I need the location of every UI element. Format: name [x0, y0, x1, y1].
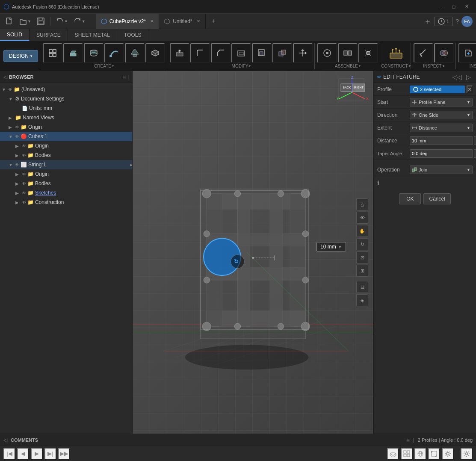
taper-dropdown-btn[interactable]: ▼	[474, 149, 476, 158]
view-settings-btn[interactable]	[442, 448, 454, 460]
add-tab-button[interactable]: ＋	[206, 14, 221, 29]
close-tab-cubepuzzle[interactable]: ✕	[150, 19, 154, 24]
tree-item-string-bodies[interactable]: ▶ 👁 📁 Bodies	[0, 179, 132, 188]
rigid-group-button[interactable]	[338, 43, 358, 63]
distance-dropdown-btn[interactable]: ▼	[474, 136, 476, 145]
tree-item-string-sketches[interactable]: ▶ 👁 📁 Sketches	[0, 188, 132, 198]
user-avatar[interactable]: FA	[461, 16, 473, 27]
sweep-button[interactable]	[104, 43, 124, 63]
redo-button[interactable]: ▼	[71, 15, 87, 27]
home-nav-button[interactable]: ⌂	[356, 198, 368, 210]
box-button[interactable]	[145, 43, 165, 63]
zoom-extents-button[interactable]	[428, 448, 440, 460]
tree-item-doc-settings[interactable]: ▼ ⚙ Document Settings	[0, 94, 132, 103]
grid-display-button[interactable]: ⊟	[356, 281, 368, 293]
step-forward-button[interactable]: ▶|	[44, 448, 56, 460]
align-button[interactable]	[358, 43, 378, 63]
shell-button[interactable]	[231, 43, 251, 63]
visibility-icon[interactable]: 👁	[22, 191, 26, 195]
measure-button[interactable]	[414, 43, 433, 63]
distance-popup[interactable]: 10 mm ▼	[316, 242, 346, 251]
profile-select-button[interactable]: 2 selected	[410, 86, 465, 93]
play-to-start-button[interactable]: |◀	[3, 448, 15, 460]
tab-untitled[interactable]: Untitled* ✕	[159, 14, 205, 29]
distance-dropdown-arrow[interactable]: ▼	[338, 245, 342, 249]
interference-button[interactable]	[434, 43, 454, 63]
insert-mesh-button[interactable]	[458, 43, 476, 63]
tab-cubepuzzle[interactable]: CubePuzzle v2* ✕	[96, 14, 159, 29]
undo-button[interactable]: ▼	[54, 15, 70, 27]
extent-select[interactable]: Distance ▼	[410, 124, 473, 132]
close-tab-untitled[interactable]: ✕	[197, 19, 200, 24]
joint-button[interactable]	[317, 43, 337, 63]
save-button[interactable]	[35, 15, 47, 27]
panel-options-button[interactable]: ▷	[464, 73, 473, 81]
tree-item-units[interactable]: ▶ 📄 Units: mm	[0, 103, 132, 113]
status-expand-button[interactable]: ≡	[406, 437, 410, 443]
tree-item-named-views[interactable]: ▶ 📁 Named Views	[0, 113, 132, 122]
panel-expand-button[interactable]: ◁◁	[451, 73, 464, 81]
create-new-component[interactable]	[43, 43, 62, 63]
orbit-type-button[interactable]	[414, 448, 426, 460]
minimize-button[interactable]: ─	[435, 3, 447, 11]
visibility-icon[interactable]: 👁	[15, 134, 19, 139]
notifications-button[interactable]: 1	[434, 17, 453, 26]
design-dropdown[interactable]: DESIGN ▾	[3, 50, 38, 62]
visibility-icon[interactable]: 👁	[22, 181, 26, 186]
cancel-button[interactable]: Cancel	[423, 193, 450, 204]
status-toggle-button[interactable]: ◁	[3, 437, 7, 443]
profile-clear-button[interactable]: ✕	[467, 86, 473, 93]
tab-solid[interactable]: SOLID	[0, 29, 30, 41]
new-button[interactable]	[3, 15, 15, 27]
bottom-settings-gear[interactable]	[461, 448, 473, 460]
visibility-icon[interactable]: 👁	[22, 153, 26, 158]
maximize-button[interactable]: □	[448, 3, 460, 11]
viewport[interactable]: ↻ 10 mm ▼ R	[133, 71, 373, 434]
browser-toggle-button[interactable]: ◁	[3, 74, 7, 80]
start-select[interactable]: Profile Plane ▼	[410, 98, 473, 106]
visibility-icon[interactable]: 👁	[15, 125, 19, 130]
tree-item-cubes-origin[interactable]: ▶ 👁 📁 Origin	[0, 141, 132, 151]
visibility-icon[interactable]: 👁	[22, 144, 26, 148]
look-at-button[interactable]: 👁	[356, 212, 368, 224]
combine-button[interactable]	[272, 43, 292, 63]
play-to-end-button[interactable]: ▶▶	[58, 448, 70, 460]
visibility-icon[interactable]: 👁	[22, 172, 26, 177]
pan-button[interactable]: ✋	[356, 225, 368, 237]
distance-input[interactable]	[410, 136, 473, 145]
tree-item-string1[interactable]: ▼ 👁 ⬜ String:1 ●	[0, 160, 132, 169]
zoom-window-button[interactable]: ⊞	[356, 265, 368, 277]
orientation-cube[interactable]: RIGHT BACK X Y Z	[335, 75, 369, 109]
step-back-button[interactable]: ◀	[17, 448, 29, 460]
zoom-fit-button[interactable]: ⊡	[356, 251, 368, 263]
revolve-button[interactable]	[84, 43, 103, 63]
visibility-icon[interactable]: 👁	[15, 163, 19, 167]
tree-item-unsaved[interactable]: ▼ 👁 📁 (Unsaved)	[0, 85, 132, 94]
tab-sheet-metal[interactable]: SHEET METAL	[68, 29, 117, 41]
tree-item-string-construction[interactable]: ▶ 👁 📁 Construction	[0, 198, 132, 207]
tree-item-string-origin[interactable]: ▶ 👁 📁 Origin	[0, 169, 132, 179]
open-button[interactable]: ▼	[17, 15, 33, 27]
press-pull-button[interactable]	[170, 43, 189, 63]
orbit-button[interactable]: ↻	[356, 238, 368, 250]
tree-item-cubes-bodies[interactable]: ▶ 👁 📁 Bodies	[0, 151, 132, 160]
visibility-icon[interactable]: 👁	[8, 87, 12, 92]
add-workspace-button[interactable]: ＋	[424, 16, 432, 27]
tree-item-cubes1[interactable]: ▼ 👁 🔴 Cubes:1	[0, 132, 132, 141]
ok-button[interactable]: OK	[399, 193, 421, 204]
fillet-button[interactable]	[190, 43, 210, 63]
help-button[interactable]: ?	[455, 18, 459, 25]
scale-button[interactable]	[252, 43, 272, 63]
grid-display-btn[interactable]	[401, 448, 413, 460]
operation-select[interactable]: Join ▼	[410, 165, 473, 174]
extrude-button[interactable]	[63, 43, 83, 63]
move-copy-button[interactable]	[293, 43, 313, 63]
browser-expand-button[interactable]: ≡	[122, 74, 126, 80]
display-settings-button[interactable]: ◈	[356, 294, 368, 306]
play-button[interactable]: ▶	[31, 448, 43, 460]
close-button[interactable]: ✕	[461, 3, 473, 11]
loft-button[interactable]	[125, 43, 145, 63]
taper-angle-input[interactable]	[410, 149, 473, 158]
tab-tools[interactable]: TOOLS	[117, 29, 148, 41]
grid-3d-button[interactable]	[387, 448, 399, 460]
